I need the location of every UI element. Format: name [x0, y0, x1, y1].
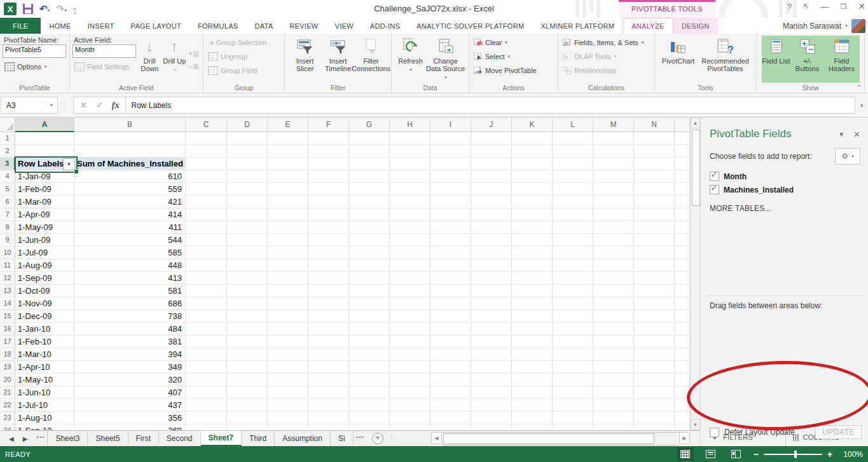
cell-F1[interactable]: [308, 132, 349, 145]
cell-N6[interactable]: [634, 196, 675, 208]
pane-close-icon[interactable]: ✕: [853, 130, 860, 139]
cell-H10[interactable]: [390, 247, 431, 259]
cell-J10[interactable]: [471, 247, 512, 259]
column-header-L[interactable]: L: [553, 118, 593, 132]
sheet-overflow-left[interactable]: ...: [34, 431, 47, 446]
cell-L22[interactable]: [553, 399, 593, 412]
cell-B16[interactable]: 484: [74, 323, 186, 336]
scroll-right-icon[interactable]: ▶: [679, 432, 690, 444]
cell-A10[interactable]: 1-Jul-09: [15, 247, 74, 259]
cell-H16[interactable]: [390, 323, 431, 336]
cell-K22[interactable]: [512, 399, 553, 412]
cell-H22[interactable]: [390, 399, 431, 412]
cell-B24[interactable]: 369: [74, 425, 186, 430]
row-header-6[interactable]: 6: [0, 196, 15, 208]
cell-F23[interactable]: [308, 412, 349, 425]
cell-M14[interactable]: [593, 297, 634, 310]
cell-N2[interactable]: [634, 145, 675, 158]
cell-E19[interactable]: [268, 361, 308, 374]
cell-A14[interactable]: 1-Nov-09: [15, 297, 74, 310]
cell-G6[interactable]: [349, 196, 390, 208]
cell-I13[interactable]: [431, 285, 471, 297]
cell-D4[interactable]: [227, 170, 268, 183]
cell-J8[interactable]: [471, 221, 512, 234]
cell-J13[interactable]: [471, 285, 512, 297]
cell-A6[interactable]: 1-Mar-09: [15, 196, 74, 208]
zoom-slider[interactable]: [764, 454, 822, 455]
cell-H2[interactable]: [390, 145, 431, 158]
cell-D7[interactable]: [227, 208, 268, 221]
column-header-N[interactable]: N: [634, 118, 675, 132]
row-header-20[interactable]: 20: [0, 374, 15, 386]
cell-B2[interactable]: [74, 145, 186, 158]
ribbon-tab-analyze[interactable]: ANALYZE: [623, 18, 673, 34]
field-headers-toggle[interactable]: Field Headers: [824, 36, 860, 83]
cell-A9[interactable]: 1-Jun-09: [15, 234, 74, 247]
cell-H9[interactable]: [390, 234, 431, 247]
cell-D20[interactable]: [227, 374, 268, 386]
row-header-18[interactable]: 18: [0, 348, 15, 361]
cell-H14[interactable]: [390, 297, 431, 310]
row-header-7[interactable]: 7: [0, 208, 15, 221]
cell-M21[interactable]: [593, 386, 634, 399]
cell-E15[interactable]: [268, 310, 308, 323]
cell-B17[interactable]: 381: [74, 336, 186, 348]
column-header-E[interactable]: E: [268, 118, 308, 132]
cell-J2[interactable]: [471, 145, 512, 158]
cell-I22[interactable]: [431, 399, 471, 412]
cell-G2[interactable]: [349, 145, 390, 158]
cell-E11[interactable]: [268, 259, 308, 272]
cell-B4[interactable]: 610: [74, 170, 186, 183]
column-header-G[interactable]: G: [349, 118, 390, 132]
row-header-2[interactable]: 2: [0, 145, 15, 158]
cell-K11[interactable]: [512, 259, 553, 272]
cell-E10[interactable]: [268, 247, 308, 259]
cell-F6[interactable]: [308, 196, 349, 208]
active-field-input[interactable]: Month: [72, 44, 136, 58]
cell-C5[interactable]: [186, 183, 227, 196]
row-header-15[interactable]: 15: [0, 310, 15, 323]
cell-N23[interactable]: [634, 412, 675, 425]
cell-N17[interactable]: [634, 336, 675, 348]
cell-H7[interactable]: [390, 208, 431, 221]
avatar[interactable]: [851, 19, 865, 33]
cell-N4[interactable]: [634, 170, 675, 183]
cell-H1[interactable]: [390, 132, 431, 145]
cell-A7[interactable]: 1-Apr-09: [15, 208, 74, 221]
cell-A5[interactable]: 1-Feb-09: [15, 183, 74, 196]
worksheet-grid[interactable]: ABCDEFGHIJKLMN123Row LabelsSum of Machin…: [0, 118, 690, 430]
cell-N12[interactable]: [634, 272, 675, 285]
field-item-month[interactable]: Month: [701, 170, 868, 183]
cell-A17[interactable]: 1-Feb-10: [15, 336, 74, 348]
pivotchart-button[interactable]: PivotChart: [659, 36, 698, 83]
cell-G12[interactable]: [349, 272, 390, 285]
cell-M3[interactable]: [593, 158, 634, 170]
cell-K15[interactable]: [512, 310, 553, 323]
cell-D22[interactable]: [227, 399, 268, 412]
cell-J3[interactable]: [471, 158, 512, 170]
cell-A19[interactable]: 1-Apr-10: [15, 361, 74, 374]
cell-L24[interactable]: [553, 425, 593, 430]
cell-C24[interactable]: [186, 425, 227, 430]
restore-icon[interactable]: ❐: [840, 3, 846, 11]
cell-G9[interactable]: [349, 234, 390, 247]
cell-D24[interactable]: [227, 425, 268, 430]
cell-A8[interactable]: 1-May-09: [15, 221, 74, 234]
cell-E2[interactable]: [268, 145, 308, 158]
cell-B3[interactable]: Sum of Machines_Installed: [74, 158, 186, 170]
cell-B21[interactable]: 407: [74, 386, 186, 399]
plus-minus-buttons-toggle[interactable]: +− +/- Buttons: [791, 36, 824, 83]
cell-G24[interactable]: [349, 425, 390, 430]
cell-J18[interactable]: [471, 348, 512, 361]
sheet-tab-first[interactable]: First: [128, 431, 159, 446]
cell-I3[interactable]: [431, 158, 471, 170]
new-sheet-icon[interactable]: +: [372, 433, 383, 444]
cell-A4[interactable]: 1-Jan-09: [15, 170, 74, 183]
cell-I6[interactable]: [431, 196, 471, 208]
vertical-scrollbar[interactable]: ▲ ▼: [690, 118, 700, 430]
cell-M4[interactable]: [593, 170, 634, 183]
cell-F2[interactable]: [308, 145, 349, 158]
cell-K17[interactable]: [512, 336, 553, 348]
select-all-corner[interactable]: [0, 118, 15, 132]
sheet-tab-sheet7[interactable]: Sheet7: [201, 431, 242, 446]
